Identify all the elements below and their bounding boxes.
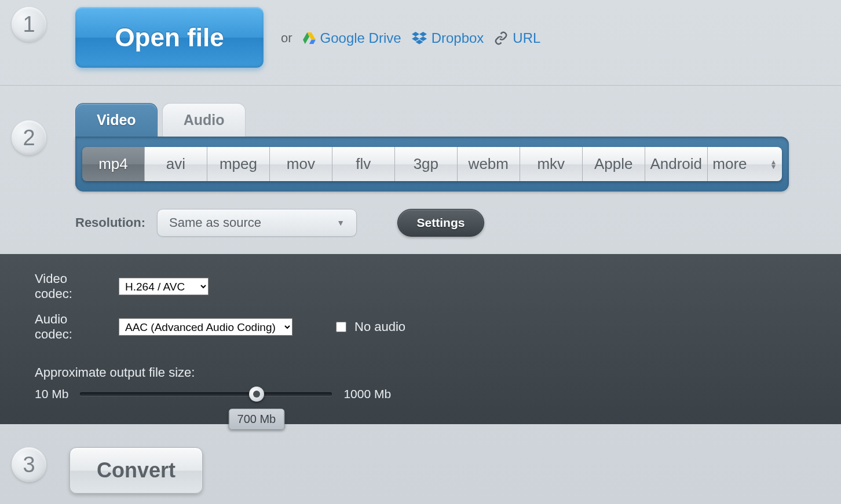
video-codec-label: Video codec:: [35, 271, 107, 301]
dropbox-icon: [412, 32, 427, 45]
slider-max-label: 1000 Mb: [343, 387, 391, 401]
format-android[interactable]: Android: [645, 147, 708, 181]
link-icon: [494, 31, 508, 45]
chevron-down-icon: ▼: [337, 218, 345, 227]
no-audio-checkbox[interactable]: [336, 322, 346, 332]
resolution-label: Resolution:: [75, 215, 145, 230]
dropbox-link[interactable]: Dropbox: [412, 30, 484, 46]
open-file-button[interactable]: Open file: [75, 7, 264, 68]
slider-thumb[interactable]: [249, 387, 264, 402]
audio-codec-select[interactable]: AAC (Advanced Audio Coding): [119, 318, 292, 336]
audio-codec-label: Audio codec:: [35, 312, 107, 342]
sort-arrows-icon: ▲▼: [770, 160, 777, 169]
google-drive-icon: [303, 32, 316, 44]
output-size-label: Approximate output file size:: [35, 365, 806, 380]
format-more[interactable]: more ▲▼: [708, 147, 782, 181]
google-drive-label: Google Drive: [320, 30, 401, 46]
url-label: URL: [513, 30, 540, 46]
format-flv[interactable]: flv: [332, 147, 395, 181]
format-mov[interactable]: mov: [270, 147, 332, 181]
resolution-value: Same as source: [169, 215, 261, 230]
advanced-settings-panel: Video codec: H.264 / AVC Audio codec: AA…: [0, 254, 841, 424]
size-slider[interactable]: 700 Mb: [80, 392, 332, 396]
tab-video[interactable]: Video: [75, 103, 158, 137]
dropbox-label: Dropbox: [432, 30, 484, 46]
step-2-badge: 2: [12, 120, 46, 155]
format-mpeg[interactable]: mpeg: [207, 147, 270, 181]
format-apple[interactable]: Apple: [583, 147, 645, 181]
format-mp4[interactable]: mp4: [82, 147, 145, 181]
settings-button[interactable]: Settings: [397, 209, 484, 237]
tab-audio[interactable]: Audio: [162, 103, 246, 137]
step-3-badge: 3: [12, 447, 46, 482]
google-drive-link[interactable]: Google Drive: [303, 30, 401, 46]
video-codec-select[interactable]: H.264 / AVC: [119, 278, 209, 295]
no-audio-option[interactable]: No audio: [336, 319, 405, 334]
more-label: more: [712, 155, 747, 173]
no-audio-label: No audio: [354, 319, 405, 334]
format-bar: mp4 avi mpeg mov flv 3gp webm mkv Apple …: [75, 137, 789, 192]
resolution-select[interactable]: Same as source ▼: [157, 209, 357, 237]
format-mkv[interactable]: mkv: [520, 147, 583, 181]
or-label: or: [281, 31, 292, 46]
format-webm[interactable]: webm: [458, 147, 520, 181]
format-avi[interactable]: avi: [145, 147, 207, 181]
convert-button[interactable]: Convert: [70, 447, 203, 494]
format-3gp[interactable]: 3gp: [395, 147, 458, 181]
step-1-badge: 1: [12, 7, 46, 42]
url-link[interactable]: URL: [494, 30, 540, 46]
slider-min-label: 10 Mb: [35, 387, 68, 401]
slider-value-tooltip: 700 Mb: [229, 409, 285, 430]
